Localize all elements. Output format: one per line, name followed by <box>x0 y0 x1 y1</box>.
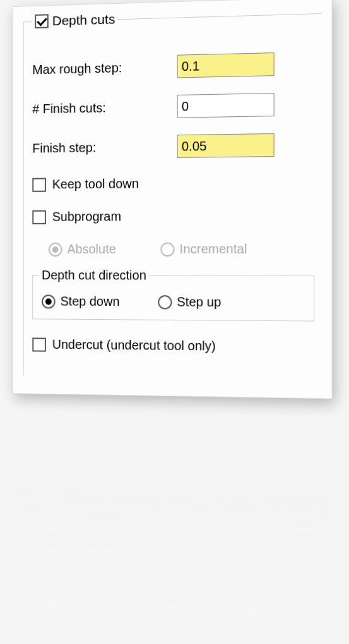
checkbox-icon <box>32 178 46 191</box>
label-absolute: Absolute <box>67 242 115 257</box>
radio-icon <box>160 242 174 256</box>
depth-cuts-toggle[interactable]: Depth cuts <box>35 11 115 29</box>
checkbox-subprogram[interactable]: Subprogram <box>32 208 314 224</box>
checkbox-keep-tool-down[interactable]: Keep tool down <box>32 174 314 191</box>
depth-cuts-panel: Depth cuts Max rough step: # Finish cuts… <box>13 0 333 399</box>
input-finish-step[interactable] <box>177 133 275 158</box>
checkbox-icon <box>32 337 46 351</box>
label-keep-tool-down: Keep tool down <box>52 176 139 191</box>
radio-icon <box>158 295 172 310</box>
radio-absolute: Absolute <box>49 242 116 257</box>
radio-step-down[interactable]: Step down <box>42 294 119 309</box>
checkbox-undercut[interactable]: Undercut (undercut tool only) <box>32 337 314 355</box>
label-subprogram: Subprogram <box>52 209 121 224</box>
label-finish-step: Finish step: <box>32 139 177 155</box>
row-finish-cuts: # Finish cuts: <box>32 92 314 121</box>
label-finish-cuts: # Finish cuts: <box>32 99 177 116</box>
radio-incremental: Incremental <box>160 241 247 257</box>
label-step-down: Step down <box>61 294 120 309</box>
row-finish-step: Finish step: <box>32 133 314 160</box>
label-max-rough-step: Max rough step: <box>32 59 177 76</box>
reflection: Undercut (undercut tool only) Depth cut … <box>13 487 333 644</box>
checkbox-icon <box>35 14 49 28</box>
label-step-up: Step up <box>177 295 221 310</box>
radio-step-up[interactable]: Step up <box>158 295 222 310</box>
depth-cuts-group: Depth cuts Max rough step: # Finish cuts… <box>23 6 321 380</box>
input-max-rough-step[interactable] <box>177 52 275 78</box>
checkbox-icon <box>32 210 46 224</box>
label-incremental: Incremental <box>180 241 247 257</box>
radio-icon <box>49 242 62 256</box>
depth-cuts-title: Depth cuts <box>52 11 115 28</box>
direction-title: Depth cut direction <box>39 268 149 283</box>
input-finish-cuts[interactable] <box>177 93 275 118</box>
depth-cut-direction-group: Depth cut direction Step down Step up <box>32 268 314 322</box>
row-max-rough-step: Max rough step: <box>32 51 314 81</box>
label-undercut: Undercut (undercut tool only) <box>52 337 216 354</box>
subprogram-mode-group: Absolute Incremental <box>49 241 314 257</box>
radio-icon <box>42 295 56 308</box>
